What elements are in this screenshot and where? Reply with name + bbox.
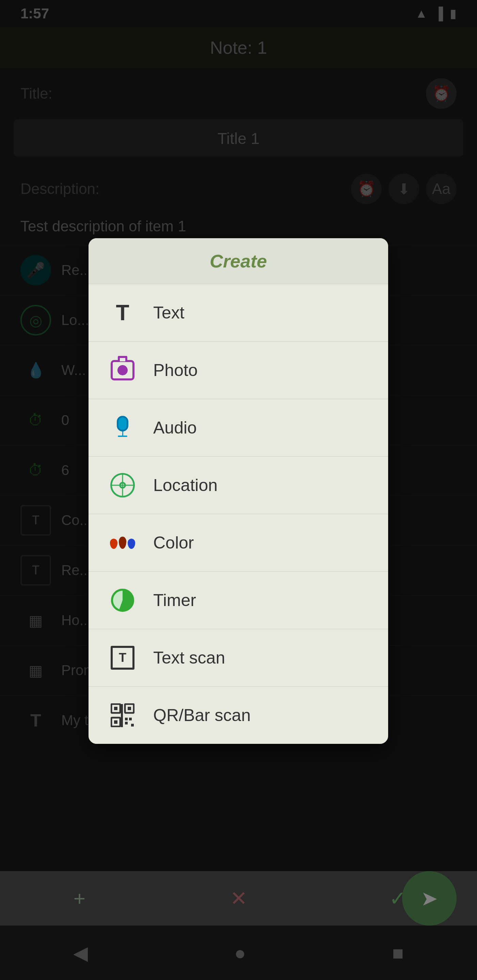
create-text-label: Text: [153, 303, 185, 323]
location-icon: [105, 468, 140, 502]
svg-rect-10: [121, 704, 123, 727]
create-text-item[interactable]: T Text: [89, 284, 388, 342]
create-color-item[interactable]: Color: [89, 514, 388, 572]
create-location-label: Location: [153, 476, 217, 495]
create-color-label: Color: [153, 533, 194, 553]
svg-rect-3: [128, 707, 131, 710]
create-photo-label: Photo: [153, 360, 198, 380]
textscan-icon: T: [105, 641, 140, 675]
create-textscan-label: Text scan: [153, 648, 225, 668]
dialog-title: Create: [210, 251, 267, 271]
timer-icon: [105, 583, 140, 617]
svg-rect-5: [114, 721, 118, 724]
svg-rect-8: [125, 722, 128, 724]
svg-rect-1: [114, 707, 118, 710]
create-dialog: Create T Text Photo Audio: [89, 238, 388, 744]
svg-rect-9: [131, 724, 134, 727]
create-photo-item[interactable]: Photo: [89, 342, 388, 399]
create-qrscan-label: QR/Bar scan: [153, 705, 250, 725]
dialog-header: Create: [89, 238, 388, 284]
qrscan-icon: [105, 698, 140, 732]
svg-rect-6: [125, 718, 128, 721]
create-audio-item[interactable]: Audio: [89, 399, 388, 457]
color-icon: [105, 526, 140, 560]
create-timer-label: Timer: [153, 590, 196, 610]
audio-icon: [105, 411, 140, 445]
create-timer-item[interactable]: Timer: [89, 572, 388, 629]
create-location-item[interactable]: Location: [89, 457, 388, 514]
photo-icon: [105, 353, 140, 387]
create-audio-label: Audio: [153, 418, 197, 438]
create-qrscan-item[interactable]: QR/Bar scan: [89, 687, 388, 744]
text-icon: T: [105, 296, 140, 330]
create-textscan-item[interactable]: T Text scan: [89, 629, 388, 687]
svg-rect-7: [129, 718, 132, 721]
